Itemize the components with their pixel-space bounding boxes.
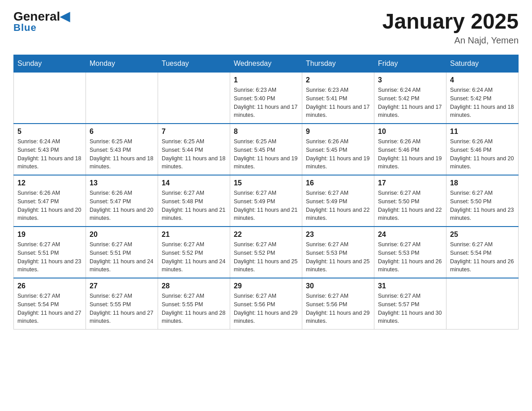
day-number: 14 [162, 179, 226, 187]
calendar-cell [158, 73, 230, 124]
day-number: 25 [450, 231, 515, 239]
calendar-cell [14, 73, 86, 124]
day-number: 8 [234, 128, 298, 136]
calendar-table: SundayMondayTuesdayWednesdayThursdayFrid… [13, 55, 519, 330]
calendar-title: January 2025 [382, 9, 519, 34]
calendar-week-row: 1Sunrise: 6:23 AM Sunset: 5:40 PM Daylig… [14, 73, 519, 124]
day-number: 5 [17, 128, 82, 136]
calendar-cell: 31Sunrise: 6:27 AM Sunset: 5:57 PM Dayli… [374, 278, 446, 330]
day-number: 18 [450, 179, 515, 187]
day-info: Sunrise: 6:27 AM Sunset: 5:54 PM Dayligh… [450, 240, 515, 274]
calendar-cell: 25Sunrise: 6:27 AM Sunset: 5:54 PM Dayli… [446, 227, 519, 278]
day-info: Sunrise: 6:25 AM Sunset: 5:45 PM Dayligh… [234, 137, 298, 171]
page-header: General◀ Blue January 2025 An Najd, Yeme… [13, 9, 519, 46]
day-info: Sunrise: 6:27 AM Sunset: 5:57 PM Dayligh… [378, 292, 442, 325]
day-info: Sunrise: 6:24 AM Sunset: 5:43 PM Dayligh… [17, 137, 82, 171]
day-number: 13 [90, 179, 154, 187]
day-info: Sunrise: 6:27 AM Sunset: 5:53 PM Dayligh… [306, 240, 370, 274]
col-header-friday: Friday [374, 55, 446, 73]
day-number: 1 [234, 76, 298, 84]
calendar-week-row: 19Sunrise: 6:27 AM Sunset: 5:51 PM Dayli… [14, 227, 519, 278]
day-info: Sunrise: 6:24 AM Sunset: 5:42 PM Dayligh… [378, 86, 442, 120]
day-number: 16 [306, 179, 370, 187]
day-info: Sunrise: 6:27 AM Sunset: 5:56 PM Dayligh… [306, 292, 370, 325]
calendar-cell: 15Sunrise: 6:27 AM Sunset: 5:49 PM Dayli… [230, 175, 302, 227]
calendar-cell: 12Sunrise: 6:26 AM Sunset: 5:47 PM Dayli… [14, 175, 86, 227]
day-info: Sunrise: 6:27 AM Sunset: 5:50 PM Dayligh… [378, 189, 442, 223]
day-number: 23 [306, 231, 370, 239]
day-info: Sunrise: 6:23 AM Sunset: 5:41 PM Dayligh… [306, 86, 370, 120]
calendar-cell: 11Sunrise: 6:26 AM Sunset: 5:46 PM Dayli… [446, 124, 519, 175]
calendar-cell: 7Sunrise: 6:25 AM Sunset: 5:44 PM Daylig… [158, 124, 230, 175]
calendar-cell: 29Sunrise: 6:27 AM Sunset: 5:56 PM Dayli… [230, 278, 302, 330]
logo-general: General [13, 9, 60, 24]
calendar-cell: 6Sunrise: 6:25 AM Sunset: 5:43 PM Daylig… [86, 124, 158, 175]
day-number: 20 [90, 231, 154, 239]
day-number: 28 [162, 282, 226, 290]
day-info: Sunrise: 6:25 AM Sunset: 5:44 PM Dayligh… [162, 137, 226, 171]
col-header-sunday: Sunday [14, 55, 86, 73]
calendar-cell: 19Sunrise: 6:27 AM Sunset: 5:51 PM Dayli… [14, 227, 86, 278]
calendar-cell: 13Sunrise: 6:26 AM Sunset: 5:47 PM Dayli… [86, 175, 158, 227]
calendar-cell: 5Sunrise: 6:24 AM Sunset: 5:43 PM Daylig… [14, 124, 86, 175]
calendar-cell: 26Sunrise: 6:27 AM Sunset: 5:54 PM Dayli… [14, 278, 86, 330]
day-number: 27 [90, 282, 154, 290]
day-info: Sunrise: 6:23 AM Sunset: 5:40 PM Dayligh… [234, 86, 298, 120]
day-number: 10 [378, 128, 442, 136]
calendar-header-row: SundayMondayTuesdayWednesdayThursdayFrid… [14, 55, 519, 73]
day-number: 12 [17, 179, 82, 187]
calendar-cell: 18Sunrise: 6:27 AM Sunset: 5:50 PM Dayli… [446, 175, 519, 227]
title-section: January 2025 An Najd, Yemen [382, 9, 519, 46]
day-number: 17 [378, 179, 442, 187]
day-info: Sunrise: 6:27 AM Sunset: 5:50 PM Dayligh… [450, 189, 515, 223]
calendar-cell: 2Sunrise: 6:23 AM Sunset: 5:41 PM Daylig… [302, 73, 374, 124]
calendar-cell: 28Sunrise: 6:27 AM Sunset: 5:55 PM Dayli… [158, 278, 230, 330]
day-number: 21 [162, 231, 226, 239]
day-info: Sunrise: 6:27 AM Sunset: 5:52 PM Dayligh… [234, 240, 298, 274]
day-info: Sunrise: 6:27 AM Sunset: 5:55 PM Dayligh… [162, 292, 226, 325]
day-info: Sunrise: 6:26 AM Sunset: 5:45 PM Dayligh… [306, 137, 370, 171]
calendar-cell: 23Sunrise: 6:27 AM Sunset: 5:53 PM Dayli… [302, 227, 374, 278]
logo: General◀ Blue [13, 9, 70, 34]
calendar-week-row: 12Sunrise: 6:26 AM Sunset: 5:47 PM Dayli… [14, 175, 519, 227]
col-header-tuesday: Tuesday [158, 55, 230, 73]
day-info: Sunrise: 6:27 AM Sunset: 5:51 PM Dayligh… [17, 240, 82, 274]
day-number: 7 [162, 128, 226, 136]
day-info: Sunrise: 6:26 AM Sunset: 5:47 PM Dayligh… [90, 189, 154, 223]
day-info: Sunrise: 6:27 AM Sunset: 5:52 PM Dayligh… [162, 240, 226, 274]
day-info: Sunrise: 6:24 AM Sunset: 5:42 PM Dayligh… [450, 86, 515, 120]
day-number: 4 [450, 76, 515, 84]
day-number: 19 [17, 231, 82, 239]
day-info: Sunrise: 6:27 AM Sunset: 5:49 PM Dayligh… [306, 189, 370, 223]
col-header-saturday: Saturday [446, 55, 519, 73]
calendar-cell: 10Sunrise: 6:26 AM Sunset: 5:46 PM Dayli… [374, 124, 446, 175]
day-number: 2 [306, 76, 370, 84]
calendar-cell: 21Sunrise: 6:27 AM Sunset: 5:52 PM Dayli… [158, 227, 230, 278]
day-number: 26 [17, 282, 82, 290]
calendar-cell: 17Sunrise: 6:27 AM Sunset: 5:50 PM Dayli… [374, 175, 446, 227]
calendar-cell: 27Sunrise: 6:27 AM Sunset: 5:55 PM Dayli… [86, 278, 158, 330]
calendar-cell [446, 278, 519, 330]
calendar-cell: 24Sunrise: 6:27 AM Sunset: 5:53 PM Dayli… [374, 227, 446, 278]
day-number: 6 [90, 128, 154, 136]
calendar-cell: 20Sunrise: 6:27 AM Sunset: 5:51 PM Dayli… [86, 227, 158, 278]
calendar-cell: 1Sunrise: 6:23 AM Sunset: 5:40 PM Daylig… [230, 73, 302, 124]
calendar-cell: 9Sunrise: 6:26 AM Sunset: 5:45 PM Daylig… [302, 124, 374, 175]
day-info: Sunrise: 6:27 AM Sunset: 5:48 PM Dayligh… [162, 189, 226, 223]
col-header-monday: Monday [86, 55, 158, 73]
calendar-cell: 22Sunrise: 6:27 AM Sunset: 5:52 PM Dayli… [230, 227, 302, 278]
col-header-wednesday: Wednesday [230, 55, 302, 73]
day-number: 11 [450, 128, 515, 136]
calendar-week-row: 5Sunrise: 6:24 AM Sunset: 5:43 PM Daylig… [14, 124, 519, 175]
day-number: 31 [378, 282, 442, 290]
calendar-week-row: 26Sunrise: 6:27 AM Sunset: 5:54 PM Dayli… [14, 278, 519, 330]
day-info: Sunrise: 6:27 AM Sunset: 5:53 PM Dayligh… [378, 240, 442, 274]
day-info: Sunrise: 6:26 AM Sunset: 5:46 PM Dayligh… [378, 137, 442, 171]
day-number: 3 [378, 76, 442, 84]
logo-triangle-icon: ◀ [60, 9, 70, 24]
day-info: Sunrise: 6:25 AM Sunset: 5:43 PM Dayligh… [90, 137, 154, 171]
calendar-cell: 16Sunrise: 6:27 AM Sunset: 5:49 PM Dayli… [302, 175, 374, 227]
day-info: Sunrise: 6:27 AM Sunset: 5:54 PM Dayligh… [17, 292, 82, 325]
day-number: 24 [378, 231, 442, 239]
logo-blue-label: Blue [13, 22, 37, 34]
